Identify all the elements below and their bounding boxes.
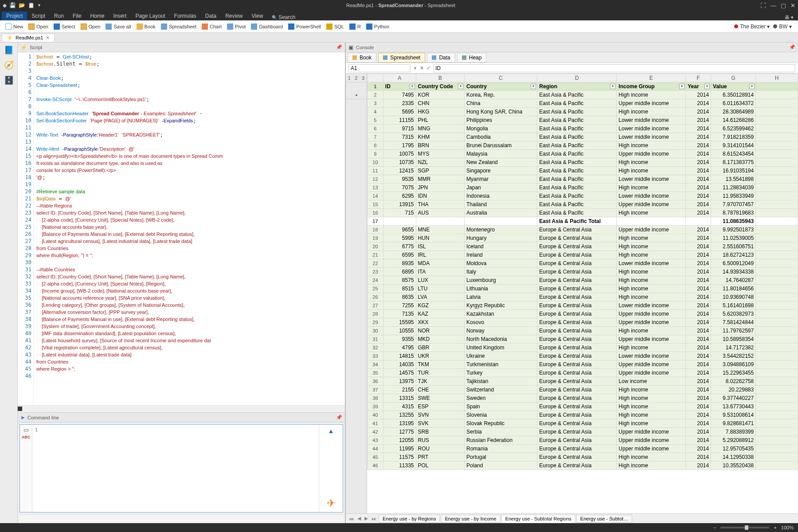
table-row[interactable]: 287135KAZKazakhstanEurope & Central Asia… xyxy=(368,310,798,318)
table-row[interactable]: 394315ESPSpainEurope & Central AsiaHigh … xyxy=(368,403,798,411)
zoom-in-icon[interactable]: + xyxy=(774,525,776,530)
book-tool-icon[interactable]: 📘 xyxy=(4,45,14,55)
table-row[interactable]: 248575LUXLuxembourgEurope & Central Asia… xyxy=(368,276,798,285)
table-row[interactable]: 137075JPNJapanEast Asia & PacificHigh in… xyxy=(368,184,798,192)
table-row[interactable]: 3613975TJKTajikistanEurope & Central Asi… xyxy=(368,377,798,386)
sheet-nav-last[interactable]: ⏭ xyxy=(370,516,378,521)
sheet-nav-first[interactable]: ⏮ xyxy=(348,516,355,521)
sheet-tab[interactable]: Energy use - Subtotal Regions xyxy=(501,515,575,523)
console-pin-icon[interactable]: 📌 xyxy=(789,44,795,50)
table-row[interactable]: 1513915THAThailandEast Asia & PacificUpp… xyxy=(368,200,798,209)
row-header[interactable]: 39 xyxy=(368,403,383,411)
filter-icon[interactable]: ▾ xyxy=(410,84,415,89)
python-button[interactable]: Python xyxy=(364,22,392,31)
cmdline-input[interactable]: 1 xyxy=(32,425,319,512)
qat-save-icon[interactable]: 💾 xyxy=(9,2,16,8)
table-row[interactable]: 372155CHESwitzerlandEurope & Central Asi… xyxy=(368,386,798,394)
table-row[interactable]: 2915595XKXKosovoEurope & Central AsiaUpp… xyxy=(368,318,798,327)
row-header[interactable]: 46 xyxy=(368,462,383,470)
table-row[interactable]: 4113195SVKSlovak RepublicEurope & Centra… xyxy=(368,419,798,428)
table-row[interactable]: 3414035TKMTurkmenistanEurope & Central A… xyxy=(368,360,798,369)
row-header[interactable]: 36 xyxy=(368,377,383,386)
ribbon-tab-view[interactable]: View xyxy=(247,12,268,20)
table-row[interactable]: 189655MNEMontenegroEurope & Central Asia… xyxy=(368,226,798,234)
table-row[interactable]: 228935MDAMoldovaEurope & Central AsiaLow… xyxy=(368,259,798,268)
table-row[interactable]: 146295IDNIndonesiaEast Asia & PacificLow… xyxy=(368,192,798,200)
row-header[interactable]: 38 xyxy=(368,394,383,403)
row-header[interactable]: 20 xyxy=(368,243,383,251)
row-header[interactable]: 7 xyxy=(368,133,383,141)
powershell-button[interactable]: PowerShell xyxy=(286,22,324,31)
row-header[interactable]: 1 xyxy=(368,82,383,91)
table-row[interactable]: 129535MMRMyanmarEast Asia & PacificLower… xyxy=(368,175,798,184)
row-header[interactable]: 14 xyxy=(368,192,383,200)
col-header[interactable]: A xyxy=(383,74,416,82)
viewtab-spreadsheet[interactable]: Spreadsheet xyxy=(378,53,425,63)
table-row[interactable]: 16715AUSAustraliaEast Asia & PacificHigh… xyxy=(368,209,798,217)
zoom-out-icon[interactable]: − xyxy=(713,525,716,530)
fullscreen-icon[interactable]: ⛶ xyxy=(760,2,766,9)
table-row[interactable]: 4013255SVNSloveniaEurope & Central AsiaH… xyxy=(368,411,798,419)
row-header[interactable]: 9 xyxy=(368,150,383,158)
row-header[interactable]: 33 xyxy=(368,352,383,360)
table-row[interactable]: 258515LTULithuaniaEurope & Central AsiaH… xyxy=(368,285,798,293)
table-row[interactable]: 4312055RUSRussian FederationEurope & Cen… xyxy=(368,436,798,445)
table-row[interactable]: 206775ISLIcelandEurope & Central AsiaHig… xyxy=(368,243,798,251)
row-header[interactable]: 31 xyxy=(368,335,383,344)
table-row[interactable]: 4611335POLPolandEurope & Central AsiaHig… xyxy=(368,462,798,470)
maximize-icon[interactable]: ▢ xyxy=(781,2,786,9)
col-header[interactable]: C xyxy=(465,74,537,82)
accept-formula-icon[interactable]: ✓ xyxy=(426,65,430,71)
cmdline-up-icon[interactable]: ▲ xyxy=(328,427,334,434)
table-row[interactable]: 32335CHNChinaEast Asia & PacificUpper mi… xyxy=(368,99,798,108)
table-row[interactable]: 4411995ROURomaniaEurope & Central AsiaUp… xyxy=(368,445,798,453)
dashboard-button[interactable]: Dashboard xyxy=(248,22,286,31)
qat-paste-icon[interactable]: 📋 xyxy=(28,2,35,8)
table-header-cell[interactable]: Year▾ xyxy=(686,82,711,91)
row-header[interactable]: 32 xyxy=(368,344,383,352)
row-header[interactable]: 19 xyxy=(368,234,383,243)
ribbon-tab-review[interactable]: Review xyxy=(221,12,247,20)
table-row[interactable]: 3514575TURTurkeyEurope & Central AsiaUpp… xyxy=(368,369,798,377)
viewtab-data[interactable]: Data xyxy=(427,53,455,63)
table-row[interactable]: 3010555NORNorwayEurope & Central AsiaHig… xyxy=(368,327,798,335)
row-header[interactable]: 15 xyxy=(368,200,383,209)
cmdline-send-icon[interactable]: ✈ xyxy=(327,497,336,509)
ribbon-tab-script[interactable]: Script xyxy=(27,12,50,20)
col-header[interactable]: B xyxy=(416,74,465,82)
row-header[interactable]: 22 xyxy=(368,259,383,268)
table-row[interactable]: 236895ITAItalyEurope & Central AsiaHigh … xyxy=(368,268,798,276)
row-header[interactable]: 16 xyxy=(368,209,383,217)
row-header[interactable]: 30 xyxy=(368,327,383,335)
filter-icon[interactable]: ▾ xyxy=(679,84,685,89)
formula-input[interactable] xyxy=(433,64,795,72)
row-header[interactable]: 34 xyxy=(368,360,383,369)
sheet-nav-prev[interactable]: ◀ xyxy=(356,516,362,521)
cmdline-scrollbar[interactable] xyxy=(20,514,343,521)
cancel-formula-icon[interactable]: ✕ xyxy=(420,65,424,71)
sheet-nav-next[interactable]: ▶ xyxy=(363,516,369,521)
col-header[interactable] xyxy=(368,74,383,82)
filter-icon[interactable]: ▾ xyxy=(704,84,710,89)
close-tab-icon[interactable]: ✕ xyxy=(46,35,50,41)
table-row[interactable]: 77315KHMCambodiaEast Asia & PacificLower… xyxy=(368,133,798,141)
ribbon-tab-data[interactable]: Data xyxy=(201,12,221,20)
ribbon-tab-project[interactable]: Project xyxy=(2,12,27,20)
row-header[interactable]: 45 xyxy=(368,453,383,462)
row-header[interactable]: 2 xyxy=(368,91,383,99)
row-header[interactable]: 6 xyxy=(368,125,383,133)
file-tab[interactable]: ⚡ ReadMe.ps1 ✕ xyxy=(2,34,55,42)
table-header-cell[interactable]: Income Group▾ xyxy=(617,82,686,91)
filter-icon[interactable]: ▾ xyxy=(531,84,536,89)
cmdline-abc-icon[interactable]: ABC xyxy=(22,435,31,439)
row-header[interactable]: 35 xyxy=(368,369,383,377)
table-row[interactable]: 45695HKGHong Kong SAR, ChinaEast Asia & … xyxy=(368,108,798,116)
table-header-cell[interactable]: Value▾ xyxy=(711,82,756,91)
table-row[interactable]: 216595IRLIrelandEurope & Central AsiaHig… xyxy=(368,251,798,259)
table-row[interactable]: 4212775SRBSerbiaEurope & Central AsiaUpp… xyxy=(368,428,798,436)
row-header[interactable]: 28 xyxy=(368,310,383,318)
filter-icon[interactable]: ▾ xyxy=(749,84,755,89)
minimize-icon[interactable]: — xyxy=(771,2,776,9)
row-header[interactable]: 26 xyxy=(368,293,383,301)
book-button[interactable]: Book xyxy=(134,22,158,31)
